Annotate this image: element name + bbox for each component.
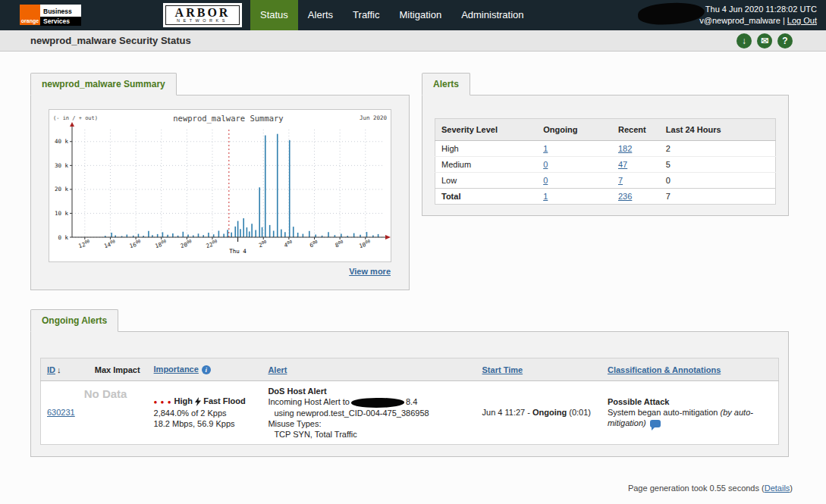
col-alert: Alert — [262, 358, 476, 381]
recent-count-link[interactable]: 47 — [618, 160, 627, 169]
summary-panel: newprod_malware Summary(- in / + out)Jun… — [30, 95, 410, 290]
redaction-blob — [637, 2, 705, 27]
alert-sort-link[interactable]: Alert — [268, 365, 287, 374]
mail-icon[interactable]: ✉ — [757, 33, 772, 49]
nav-item-administration[interactable]: Administration — [451, 0, 533, 30]
misuse-types-value: TCP SYN, Total Traffic — [268, 429, 470, 440]
sort-desc-icon: ↓ — [57, 365, 61, 374]
start-time-sort-link[interactable]: Start Time — [482, 365, 523, 374]
nav-item-traffic[interactable]: Traffic — [343, 0, 389, 30]
comment-icon[interactable] — [650, 420, 661, 427]
recent-count-link[interactable]: 236 — [618, 192, 632, 201]
ongoing-status-label: Ongoing — [532, 408, 567, 417]
svg-text:1400: 1400 — [103, 239, 117, 249]
view-more-link[interactable]: View more — [349, 267, 391, 276]
svg-text:2200: 2200 — [205, 239, 218, 249]
svg-text:1600: 1600 — [128, 239, 142, 249]
last24-count: 2 — [660, 141, 776, 157]
arbor-networks-logo: ARBOR NETWORKS — [165, 5, 240, 25]
svg-text:0 k: 0 k — [58, 234, 68, 241]
col-id: ID↓ — [41, 358, 89, 381]
ongoing-count-link[interactable]: 1 — [543, 144, 548, 153]
orange-logo-caption: Business Services — [40, 5, 81, 25]
services-label: Services — [40, 17, 81, 26]
svg-text:Thu 4: Thu 4 — [229, 248, 247, 255]
importance-rate: 18.2 Mbps, 56.9 Kpps — [154, 418, 256, 429]
tab-summary[interactable]: newprod_malware Summary — [30, 73, 177, 95]
svg-text:1200: 1200 — [77, 239, 91, 249]
recent-count-link[interactable]: 182 — [618, 144, 632, 153]
importance-cell: ● ● ● High Fast Flood 2,844.0% of 2 Kpps… — [148, 381, 262, 445]
alerts-row-total: Total 1 236 7 — [435, 189, 776, 205]
svg-text:400: 400 — [283, 239, 293, 249]
col-max-impact: Max Impact — [89, 358, 148, 381]
svg-text:(- in / + out): (- in / + out) — [53, 115, 98, 121]
no-data-label: No Data — [84, 389, 131, 399]
ongoing-alerts-section: Ongoing Alerts ID↓ Max Impact Importance… — [30, 309, 789, 457]
alert-destination-line: Incoming Host Alert to8.4 — [268, 396, 470, 408]
svg-text:newprod_malware Summary: newprod_malware Summary — [173, 114, 283, 124]
page: orange Business Services ARBOR NETWORKS … — [0, 0, 826, 504]
orange-business-services-logo: orange Business Services — [20, 5, 81, 25]
col-severity-level: Severity Level — [435, 119, 538, 141]
session-info: Thu 4 Jun 2020 11:28:02 UTC v@newprod_ma… — [699, 4, 817, 27]
ongoing-alerts-table: ID↓ Max Impact Importancei Alert Start T… — [40, 358, 779, 445]
id-sort-link[interactable]: ID — [47, 365, 55, 374]
classification-cell: Possible Attack System began auto-mitiga… — [601, 381, 779, 445]
tab-ongoing-alerts[interactable]: Ongoing Alerts — [30, 309, 118, 332]
ongoing-count-link[interactable]: 1 — [543, 192, 548, 201]
svg-text:20 k: 20 k — [55, 186, 69, 193]
nav-item-alerts[interactable]: Alerts — [298, 0, 343, 30]
recent-count-link[interactable]: 7 — [618, 176, 623, 185]
severity-label: Medium — [435, 157, 538, 173]
importance-percent: 2,844.0% of 2 Kpps — [154, 408, 256, 418]
svg-text:600: 600 — [309, 239, 319, 249]
severity-label: High — [435, 141, 538, 157]
alerts-section: Alerts Severity Level Ongoing Recent Las… — [422, 73, 789, 216]
svg-text:800: 800 — [334, 239, 344, 249]
max-impact-cell: No Data — [89, 381, 148, 445]
ongoing-table-header-row: ID↓ Max Impact Importancei Alert Start T… — [41, 358, 779, 381]
topbar: orange Business Services ARBOR NETWORKS … — [0, 0, 826, 30]
nav-item-mitigation[interactable]: Mitigation — [390, 0, 452, 30]
alerts-row-high: High 1 182 2 — [435, 141, 776, 157]
ip-redaction-blob — [351, 398, 404, 408]
alert-id-link[interactable]: 630231 — [47, 408, 75, 417]
main-content: newprod_malware Summary newprod_malware … — [0, 52, 826, 504]
col-importance: Importancei — [148, 358, 262, 381]
last24-count: 0 — [660, 173, 776, 189]
severity-label: Low — [435, 173, 538, 189]
importance-sort-link[interactable]: Importance — [154, 365, 199, 374]
logout-link[interactable]: Log Out — [787, 16, 817, 25]
alert-detail-cell: DoS Host Alert Incoming Host Alert to8.4… — [262, 381, 476, 445]
ongoing-alert-row: 630231 No Data ● ● ● High Fast Flo — [41, 381, 779, 445]
page-title: newprod_malware Security Status — [30, 30, 191, 52]
help-icon[interactable]: ? — [777, 33, 793, 49]
svg-text:30 k: 30 k — [55, 162, 69, 169]
svg-text:1000: 1000 — [358, 239, 372, 249]
col-start-time: Start Time — [476, 358, 601, 381]
attack-type-label: Fast Flood — [203, 396, 246, 405]
col-classification: Classification & Annotations — [601, 358, 779, 381]
severity-dots-icon: ● ● ● — [154, 399, 172, 405]
nav-item-status[interactable]: Status — [250, 0, 298, 30]
ongoing-count-link[interactable]: 0 — [543, 176, 548, 185]
separator: | — [780, 16, 787, 25]
alerts-row-medium: Medium 0 47 5 — [435, 157, 776, 173]
ongoing-count-link[interactable]: 0 — [543, 160, 548, 169]
footer-text: Page generation took 0.55 seconds ( — [628, 484, 765, 493]
last24-count: 5 — [660, 157, 776, 173]
alert-resource-line: using newprod.test_CID-004-475_386958 — [268, 408, 470, 418]
alerts-summary-table: Severity Level Ongoing Recent Last 24 Ho… — [435, 118, 776, 205]
tab-alerts[interactable]: Alerts — [422, 73, 470, 95]
download-icon[interactable]: ↓ — [736, 33, 752, 49]
details-link[interactable]: Details — [765, 484, 790, 493]
alert-id-cell: 630231 — [41, 381, 89, 445]
alerts-table-header-row: Severity Level Ongoing Recent Last 24 Ho… — [435, 119, 776, 141]
svg-text:10 k: 10 k — [55, 210, 69, 217]
alerts-row-low: Low 0 7 0 — [435, 173, 776, 189]
summary-section: newprod_malware Summary newprod_malware … — [30, 73, 410, 290]
classification-sort-link[interactable]: Classification & Annotations — [608, 365, 721, 374]
info-icon[interactable]: i — [202, 365, 211, 374]
traffic-summary-chart: newprod_malware Summary(- in / + out)Jun… — [49, 109, 391, 262]
